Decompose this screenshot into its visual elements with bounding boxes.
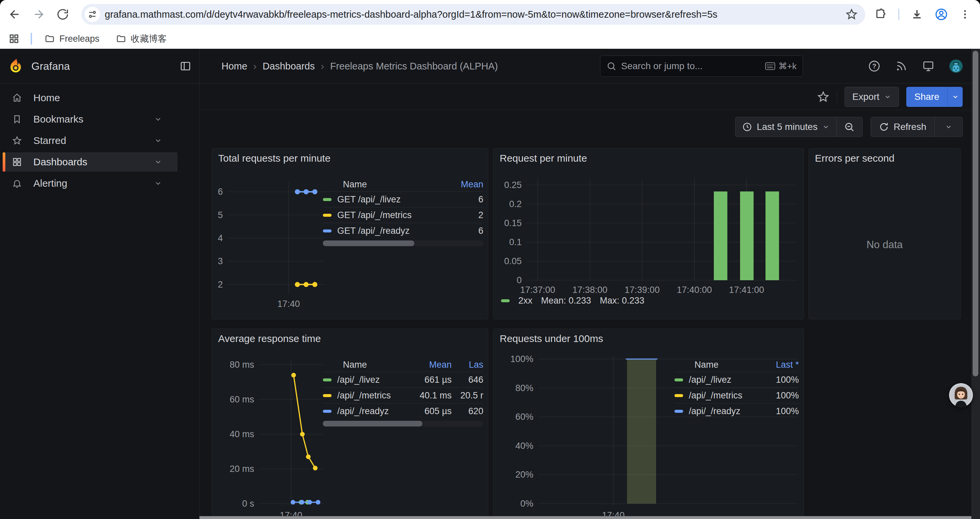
- profile-button[interactable]: [935, 8, 948, 21]
- search-input[interactable]: Search or jump to... ⌘+k: [600, 56, 803, 77]
- share-button[interactable]: Share: [906, 87, 947, 107]
- horizontal-scrollbar[interactable]: [199, 516, 971, 519]
- grafana-logo[interactable]: [9, 58, 23, 74]
- timeseries-chart[interactable]: 6543217:40: [215, 175, 327, 316]
- svg-text:6: 6: [218, 187, 223, 197]
- legend-series-name[interactable]: GET /api/_/readyz: [323, 226, 443, 236]
- bookmark-folder-0[interactable]: Freeleaps: [39, 30, 105, 48]
- refresh-interval-button[interactable]: [934, 117, 963, 137]
- sidebar-item-starred[interactable]: Starred: [3, 131, 177, 150]
- series-swatch[interactable]: [323, 378, 332, 382]
- legend-row: GET /api/_/livez6: [323, 192, 483, 207]
- kiosk-mode-button[interactable]: [922, 60, 935, 72]
- legend-series-name[interactable]: /api/_/readyz: [323, 406, 407, 417]
- series-swatch[interactable]: [323, 410, 332, 413]
- legend-series-name[interactable]: /api/_/metrics: [675, 390, 759, 401]
- sidebar-item-alerting[interactable]: Alerting: [3, 174, 177, 193]
- panel-request-per-minute[interactable]: Request per minute 0.250.20.150.10.05017…: [493, 148, 804, 319]
- legend-scrollbar-thumb[interactable]: [323, 241, 414, 246]
- sidebar-item-bookmarks[interactable]: Bookmarks: [3, 110, 177, 129]
- panel-title[interactable]: Total requests per minute: [218, 153, 331, 164]
- legend-value: 100%: [759, 406, 799, 417]
- legend-header-1[interactable]: Las: [452, 360, 483, 370]
- series-swatch[interactable]: [323, 394, 332, 397]
- keyboard-icon: [765, 62, 775, 70]
- svg-text:0 s: 0 s: [242, 498, 254, 509]
- panel-total-requests-per-minute[interactable]: Total requests per minute 6543217:40 Nam…: [212, 148, 488, 319]
- reload-button[interactable]: [53, 5, 72, 24]
- legend-header-name[interactable]: Name: [323, 179, 443, 190]
- floating-assistant-avatar[interactable]: [949, 383, 973, 407]
- series-swatch[interactable]: [323, 230, 332, 232]
- breadcrumb-item-0[interactable]: Home: [221, 61, 247, 72]
- panel-average-response-time[interactable]: Average response time 80 ms60 ms40 ms20 …: [212, 329, 488, 519]
- extensions-button[interactable]: [874, 8, 887, 21]
- star-icon: [845, 8, 858, 21]
- sidebar-nav: Home Bookmarks Starred Dashboards Alerti…: [0, 83, 199, 519]
- zoom-out-button[interactable]: [836, 117, 862, 137]
- legend-scrollbar[interactable]: [323, 421, 483, 426]
- panel-title[interactable]: Average response time: [218, 333, 321, 344]
- series-swatch[interactable]: [323, 198, 332, 201]
- apps-button[interactable]: [5, 29, 23, 48]
- panel-title[interactable]: Requests under 100ms: [500, 333, 603, 344]
- breadcrumb-item-1[interactable]: Dashboards: [262, 61, 315, 72]
- browser-menu-button[interactable]: [959, 9, 970, 20]
- help-button[interactable]: ?: [868, 60, 881, 72]
- panel-errors-per-second[interactable]: Errors per second No data: [808, 148, 961, 319]
- legend-series-name[interactable]: GET /api/_/livez: [323, 194, 443, 205]
- vertical-scrollbar-thumb[interactable]: [973, 51, 978, 376]
- bar-chart[interactable]: 0.250.20.150.10.05017:37:0017:38:0017:39…: [498, 175, 800, 306]
- legend-scrollbar-thumb[interactable]: [323, 421, 422, 426]
- series-swatch[interactable]: [675, 410, 683, 413]
- folder-icon: [116, 34, 126, 44]
- refresh-button[interactable]: Refresh: [871, 117, 934, 137]
- share-menu-button[interactable]: [947, 87, 963, 107]
- site-settings-button[interactable]: [85, 7, 100, 22]
- bookmark-star-button[interactable]: [845, 8, 858, 21]
- user-avatar[interactable]: [949, 59, 963, 73]
- active-indicator: [3, 152, 5, 172]
- favorite-dashboard-button[interactable]: [817, 91, 830, 103]
- legend-header-0[interactable]: Mean: [443, 179, 483, 190]
- legend-header-0[interactable]: Last *: [759, 360, 799, 370]
- legend-series-name[interactable]: GET /api/_/metrics: [323, 210, 443, 220]
- panel-title[interactable]: Request per minute: [500, 153, 587, 164]
- legend-header-0[interactable]: Mean: [407, 360, 452, 370]
- downloads-button[interactable]: [911, 8, 923, 21]
- series-swatch[interactable]: [675, 394, 683, 397]
- export-button[interactable]: Export: [845, 87, 899, 107]
- url-text[interactable]: grafana.mathmast.com/d/deytv4rwavabkb/fr…: [105, 9, 845, 20]
- rss-icon: [895, 60, 907, 72]
- svg-text:0.25: 0.25: [504, 180, 522, 190]
- legend-series-name[interactable]: /api/_/readyz: [675, 406, 759, 417]
- news-button[interactable]: [895, 60, 907, 72]
- back-button[interactable]: [5, 5, 24, 24]
- legend-series-name[interactable]: /api/_/metrics: [323, 390, 407, 401]
- timeseries-chart[interactable]: 80 ms60 ms40 ms20 ms0 s17:40: [215, 356, 327, 519]
- sidebar-toggle-button[interactable]: [180, 60, 191, 72]
- series-swatch[interactable]: [323, 214, 332, 217]
- brand-title[interactable]: Grafana: [31, 60, 70, 72]
- vertical-scrollbar[interactable]: [971, 49, 980, 519]
- bookmark-folder-1[interactable]: 收藏博客: [110, 30, 173, 48]
- panel-title[interactable]: Errors per second: [815, 153, 894, 164]
- legend-scrollbar[interactable]: [323, 241, 483, 246]
- svg-text:40%: 40%: [515, 441, 533, 451]
- forward-button[interactable]: [29, 5, 48, 24]
- legend-header-name[interactable]: Name: [675, 360, 759, 370]
- legend-series-name[interactable]: /api/_/livez: [323, 375, 407, 385]
- legend-row: GET /api/_/readyz6: [323, 223, 483, 238]
- legend-header-row: NameMean: [323, 177, 483, 192]
- legend-header-name[interactable]: Name: [323, 360, 407, 370]
- sidebar-item-home[interactable]: Home: [3, 88, 177, 107]
- legend-series-name[interactable]: /api/_/livez: [675, 375, 759, 385]
- series-swatch[interactable]: [675, 378, 683, 382]
- chevron-down-icon: [154, 115, 162, 123]
- svg-text:20%: 20%: [515, 469, 533, 480]
- time-range-picker[interactable]: Last 5 minutes: [735, 117, 836, 137]
- series-name[interactable]: 2xx: [519, 295, 532, 306]
- panel-requests-under-100ms[interactable]: Requests under 100ms 100%80%60%40%20%0%1…: [493, 329, 804, 519]
- sidebar-item-dashboards[interactable]: Dashboards: [3, 152, 177, 172]
- address-bar[interactable]: grafana.mathmast.com/d/deytv4rwavabkb/fr…: [81, 4, 865, 25]
